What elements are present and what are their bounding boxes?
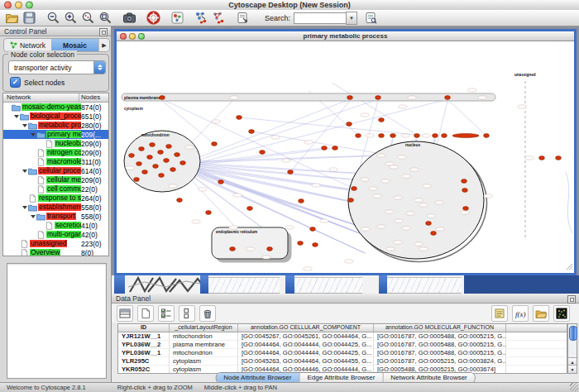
zoom-window-button[interactable] bbox=[26, 2, 33, 9]
minimize-window-button[interactable] bbox=[15, 2, 22, 9]
attribute-table[interactable]: ID_cellularLayoutRegionannotation.GO CEL… bbox=[117, 323, 567, 374]
disclosure-triangle-icon[interactable] bbox=[30, 130, 36, 139]
tree-col-network[interactable]: Network bbox=[3, 93, 79, 102]
tree-row[interactable]: macromolecule311(0) bbox=[3, 157, 108, 166]
tree-row-label: nucleobase- bbox=[55, 140, 81, 148]
disclosure-triangle-icon[interactable] bbox=[22, 203, 28, 212]
snapshot-icon[interactable] bbox=[122, 11, 136, 25]
plasma-membrane-region[interactable] bbox=[122, 93, 495, 101]
tree-row[interactable]: establishment of lo558(0) bbox=[3, 203, 108, 212]
zoom-fit-icon[interactable] bbox=[98, 11, 112, 25]
network-canvas[interactable]: plasma membrane cytoplasm mitochondrion … bbox=[117, 41, 574, 271]
file-icon bbox=[36, 158, 46, 166]
tree-row[interactable]: cellular metabo209(0) bbox=[3, 175, 108, 184]
select-nodes-checkbox[interactable]: ✓ bbox=[10, 77, 21, 88]
tree-row[interactable]: nitrogen compo209(0) bbox=[3, 148, 108, 157]
attribute-matrix-icon[interactable] bbox=[553, 305, 570, 322]
search-dropdown-button[interactable]: ▼ bbox=[346, 12, 357, 25]
tree-row-count: 42(0) bbox=[81, 231, 108, 239]
table-row[interactable]: YLR295Ccytoplasm[GO:0045263, GO:0044464,… bbox=[118, 357, 567, 366]
search-control: Search: ▼ bbox=[265, 12, 357, 25]
network-view-window[interactable]: primary metabolic process plasma membran… bbox=[114, 29, 577, 275]
open-session-icon[interactable] bbox=[5, 11, 19, 25]
import-attributes-icon[interactable] bbox=[533, 305, 549, 322]
network-zoom-button[interactable] bbox=[138, 33, 145, 40]
tree-row-label: metabolic process bbox=[38, 122, 81, 130]
close-window-button[interactable] bbox=[4, 2, 12, 9]
float-panel-icon[interactable] bbox=[99, 28, 108, 36]
select-attributes-icon[interactable] bbox=[158, 305, 175, 322]
unselect-attributes-icon[interactable] bbox=[179, 305, 195, 322]
zoom-in-icon[interactable] bbox=[64, 11, 78, 25]
tree-row[interactable]: transport558(0) bbox=[3, 212, 108, 221]
tree-row[interactable]: Overview8(0) bbox=[3, 248, 108, 256]
function-builder-icon[interactable]: f(x) bbox=[512, 305, 529, 322]
table-cell: [GO:0045267, GO:0045261, GO:0044464, G..… bbox=[238, 332, 374, 340]
search-config-icon[interactable] bbox=[364, 11, 378, 25]
annotation-icon[interactable] bbox=[236, 11, 250, 25]
float-panel-icon[interactable] bbox=[567, 295, 576, 304]
table-column-header[interactable]: annotation.GO CELLULAR_COMPONENT bbox=[238, 324, 374, 332]
disclosure-spacer bbox=[30, 175, 36, 184]
disclosure-triangle-icon[interactable] bbox=[30, 212, 36, 221]
table-column-header[interactable]: ID bbox=[118, 324, 170, 332]
tree-row[interactable]: response to stimul264(0) bbox=[3, 194, 108, 203]
disclosure-spacer bbox=[38, 221, 45, 230]
table-row[interactable]: YJR121W__1mitochondrion[GO:0045267, GO:0… bbox=[118, 332, 567, 341]
tree-row-label: secretion bbox=[55, 222, 81, 230]
disclosure-triangle-icon[interactable] bbox=[13, 112, 20, 121]
disclosure-triangle-icon[interactable] bbox=[22, 166, 28, 175]
help-icon[interactable] bbox=[146, 11, 160, 25]
tree-row[interactable]: secretion41(0) bbox=[3, 221, 108, 230]
tab-network[interactable]: Network bbox=[4, 39, 51, 51]
window-resize-grip[interactable] bbox=[570, 383, 578, 391]
vizmapper-icon[interactable] bbox=[170, 11, 184, 25]
attribute-table-icon[interactable] bbox=[117, 305, 133, 322]
attribute-notes-icon[interactable] bbox=[491, 305, 508, 322]
tree-row-label: mosaic-demo-yeast bbox=[22, 103, 81, 112]
save-session-icon[interactable] bbox=[22, 11, 36, 25]
new-attribute-icon[interactable] bbox=[137, 305, 154, 322]
zoom-out-icon[interactable] bbox=[46, 11, 60, 25]
tree-row[interactable]: cell communicat22(0) bbox=[3, 184, 108, 194]
network-tree: Network Nodes mosaic-demo-yeast874(0)bio… bbox=[2, 93, 109, 256]
table-column-header[interactable]: _cellularLayoutRegion bbox=[170, 324, 238, 332]
tree-row[interactable]: biological_process651(0) bbox=[3, 112, 108, 121]
zoom-selected-icon[interactable] bbox=[81, 11, 95, 25]
tree-col-nodes[interactable]: Nodes bbox=[79, 93, 108, 102]
table-row[interactable]: YPL036W__2plasma membrane[GO:0044464, GO… bbox=[118, 341, 567, 349]
tree-row[interactable]: mosaic-demo-yeast874(0) bbox=[3, 103, 108, 112]
scrollbar-thumb[interactable] bbox=[569, 326, 577, 341]
network-graph[interactable]: plasma membrane cytoplasm mitochondrion … bbox=[117, 41, 574, 271]
tree-row[interactable]: nucleobase-209(0) bbox=[3, 139, 108, 148]
tree-row[interactable]: unassigned223(0) bbox=[3, 239, 108, 248]
tree-row[interactable]: cellular process614(0) bbox=[3, 166, 108, 175]
new-network-from-selected-edges-icon[interactable] bbox=[212, 11, 226, 25]
disclosure-triangle-icon[interactable] bbox=[22, 121, 28, 130]
scroll-down-button[interactable]: ▼ bbox=[568, 365, 577, 373]
tree-row[interactable]: metabolic process280(0) bbox=[3, 121, 108, 130]
tree-row[interactable]: primary metabo209(... bbox=[3, 130, 108, 139]
table-row[interactable]: YPL036W__1mitochondrion[GO:0044464, GO:0… bbox=[118, 349, 567, 357]
mitochondrion-region[interactable] bbox=[124, 131, 200, 192]
table-cell: [GO:0044464, GO:0044444, GO:0044425, G..… bbox=[238, 349, 374, 356]
network-window-titlebar[interactable]: primary metabolic process bbox=[117, 31, 574, 41]
color-attribute-dropdown[interactable]: transporter activity bbox=[8, 60, 106, 74]
table-cell: [GO:0016787, GO:0005215, GO:0003824, G..… bbox=[374, 357, 506, 365]
network-close-button[interactable] bbox=[120, 33, 127, 40]
file-icon bbox=[36, 149, 46, 157]
table-column-header[interactable]: annotation.GO MOLECULAR_FUNCTION bbox=[374, 324, 506, 332]
delete-attribute-icon[interactable] bbox=[199, 305, 216, 322]
tree-row[interactable]: multi-organism pro42(0) bbox=[3, 230, 108, 239]
desktop-background bbox=[464, 275, 579, 294]
tab-overflow-arrow[interactable]: ▶ bbox=[98, 39, 109, 51]
table-vertical-scrollbar[interactable]: ▲ ▼ bbox=[567, 323, 577, 374]
network-window-controls bbox=[120, 33, 145, 40]
birds-eye-view[interactable] bbox=[7, 263, 107, 379]
search-input[interactable] bbox=[294, 12, 346, 24]
network-minimize-button[interactable] bbox=[129, 33, 136, 40]
new-network-from-selected-nodes-icon[interactable] bbox=[194, 11, 208, 25]
tab-mosaic[interactable]: Mosaic bbox=[51, 39, 98, 51]
canvas-resize-grip[interactable] bbox=[567, 264, 572, 270]
background-windows-strip bbox=[112, 275, 579, 294]
